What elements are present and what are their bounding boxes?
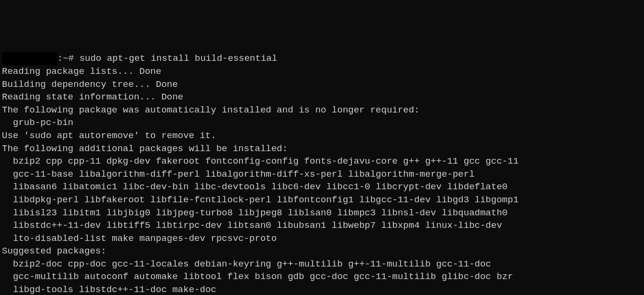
output-line: gcc-multilib autoconf automake libtool f…	[2, 270, 642, 283]
output-line: The following additional packages will b…	[2, 142, 642, 155]
prompt-line: :~# sudo apt-get install build-essential	[2, 52, 642, 65]
output-line: bzip2 cpp cpp-11 dpkg-dev fakeroot fontc…	[2, 155, 642, 168]
output-line: Reading state information... Done	[2, 91, 642, 104]
output-line: libasan6 libatomic1 libc-dev-bin libc-de…	[2, 181, 642, 194]
prompt-path: ~	[63, 53, 68, 64]
prompt-symbol: #	[68, 53, 74, 64]
redacted-hostname	[2, 52, 57, 65]
output-line: lto-disabled-list make manpages-dev rpcs…	[2, 232, 642, 245]
output-line: libstdc++-11-dev libtiff5 libtirpc-dev l…	[2, 219, 642, 232]
command-text: sudo apt-get install build-essential	[80, 53, 277, 64]
prompt-separator: :	[57, 53, 63, 64]
output-line: Suggested packages:	[2, 245, 642, 258]
output-line: gcc-11-base libalgorithm-diff-perl libal…	[2, 168, 642, 181]
output-line: The following package was automatically …	[2, 104, 642, 117]
output-line: libisl23 libitm1 libjbig0 libjpeg-turbo8…	[2, 207, 642, 220]
output-line: Reading package lists... Done	[2, 65, 642, 78]
output-line: grub-pc-bin	[2, 116, 642, 129]
output-line: Building dependency tree... Done	[2, 78, 642, 91]
output-line: libdpkg-perl libfakeroot libfile-fcntllo…	[2, 194, 642, 207]
output-line: bzip2-doc cpp-doc gcc-11-locales debian-…	[2, 258, 642, 271]
terminal-output[interactable]: :~# sudo apt-get install build-essential…	[2, 52, 642, 295]
output-line: Use 'sudo apt autoremove' to remove it.	[2, 129, 642, 142]
output-line: libgd-tools libstdc++-11-doc make-doc	[2, 283, 642, 295]
